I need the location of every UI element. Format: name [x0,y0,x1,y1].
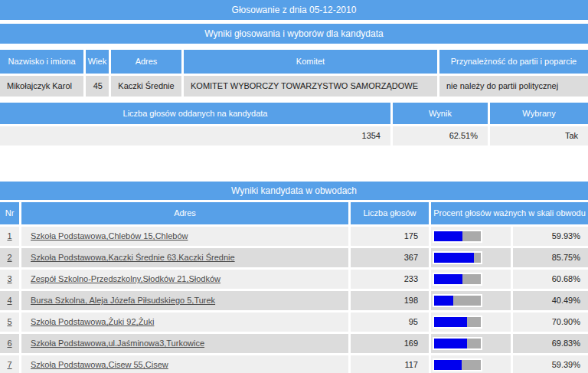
percent-bar-track [433,337,482,350]
percent-bar-fill [434,339,467,348]
percent-bar-track [433,294,482,307]
district-row: 4 Bursa Szkolna, Aleja Józefa Piłsudskie… [0,291,588,310]
district-percent-text: 85.75% [513,248,588,267]
col-header-committee: Komitet [184,50,437,74]
district-number-link[interactable]: 1 [7,231,11,240]
elected-value: Tak [490,126,588,146]
percent-bar-track [433,273,482,286]
district-percent-bar [431,312,511,332]
candidate-name: Mikołajczyk Karol [0,76,83,97]
district-votes: 198 [351,291,429,310]
district-percent-text: 40.49% [513,291,588,310]
district-row: 1 Szkoła Podstawowa,Chlebów 15,Chlebów 1… [0,227,588,246]
candidate-party: nie należy do partii politycznej [439,76,588,97]
district-number-link[interactable]: 5 [7,317,11,326]
district-percent-bar [431,291,511,310]
district-number-link[interactable]: 3 [7,274,11,283]
result-percent-value: 62.51% [393,126,488,146]
district-percent-text: 69.83% [513,334,588,353]
district-votes: 95 [351,312,429,332]
district-row: 6 Szkoła Podstawowa,ul.Jaśminowa3,Turkow… [0,334,588,353]
col-header-district-percent: Procent głosów ważnych w skali obwodu [431,202,588,224]
district-number-link[interactable]: 7 [7,360,11,369]
district-percent-bar [431,355,511,373]
percent-bar-fill [434,360,462,370]
district-percent-text: 59.93% [513,227,588,246]
district-percent-bar [431,334,511,353]
district-percent-text: 70.90% [513,312,588,332]
col-header-elected: Wybrany [490,103,588,124]
page-title: Głosowanie z dnia 05-12-2010 [0,0,588,20]
col-header-nr: Nr [0,202,19,224]
district-percent-text: 59.39% [513,355,588,373]
districts-table-header: Nr Adres Liczba głosów Procent głosów wa… [0,202,588,224]
candidate-result-table: Liczba głosów oddanych na kandydata Wyni… [0,103,588,146]
total-votes-value: 1354 [0,126,390,146]
percent-bar-track [433,251,482,264]
candidate-committee: KOMITET WYBORCZY TOWARZYSTWO SAMORZĄDOWE [184,76,437,97]
candidate-age: 45 [86,76,109,97]
district-address-link[interactable]: Zespół Szkolno-Przedszkolny,Słodków 21,S… [31,274,220,283]
district-percent-bar [431,248,511,267]
percent-bar-fill [434,231,462,241]
percent-bar-fill [434,296,453,306]
percent-bar-track [433,230,482,243]
col-header-district-address: Adres [21,202,348,224]
district-votes: 175 [351,227,429,246]
district-address-link[interactable]: Szkoła Podstawowa,Cisew 55,Cisew [31,360,168,369]
districts-section-title: Wyniki kandydata w obwodach [0,182,588,200]
district-row: 2 Szkoła Podstawowa,Kaczki Średnie 63,Ka… [0,248,588,267]
col-header-age: Wiek [86,50,109,74]
district-address-link[interactable]: Szkoła Podstawowa,Żuki 92,Żuki [31,317,154,326]
col-header-district-votes: Liczba głosów [351,202,429,224]
district-row: 3 Zespół Szkolno-Przedszkolny,Słodków 21… [0,270,588,289]
district-votes: 367 [351,248,429,267]
col-header-total-votes: Liczba głosów oddanych na kandydata [0,103,390,124]
candidate-address: Kaczki Średnie [111,76,181,97]
district-votes: 117 [351,355,429,373]
district-row: 7 Szkoła Podstawowa,Cisew 55,Cisew 117 5… [0,355,588,373]
district-number-link[interactable]: 6 [7,339,11,348]
district-votes: 233 [351,270,429,289]
col-header-name: Nazwisko i imiona [0,50,83,74]
district-address-link[interactable]: Szkoła Podstawowa,ul.Jaśminowa3,Turkowic… [31,339,204,348]
col-header-result: Wynik [393,103,488,124]
district-address-link[interactable]: Szkoła Podstawowa,Kaczki Średnie 63,Kacz… [31,253,235,262]
col-header-address: Adres [111,50,181,74]
district-address-link[interactable]: Bursa Szkolna, Aleja Józefa Piłsudskiego… [31,296,215,305]
district-percent-bar [431,270,511,289]
district-percent-bar [431,227,511,246]
percent-bar-track [433,316,482,329]
percent-bar-fill [434,317,467,327]
candidate-info-table: Nazwisko i imiona Wiek Adres Komitet Prz… [0,50,588,97]
districts-table-body: 1 Szkoła Podstawowa,Chlebów 15,Chlebów 1… [0,227,588,373]
district-number-link[interactable]: 4 [7,296,11,305]
candidate-results-subtitle: Wyniki głosowania i wyborów dla kandydat… [0,24,588,44]
percent-bar-fill [434,253,474,263]
district-percent-text: 60.68% [513,270,588,289]
district-votes: 169 [351,334,429,353]
district-number-link[interactable]: 2 [7,253,11,262]
district-address-link[interactable]: Szkoła Podstawowa,Chlebów 15,Chlebów [31,231,188,240]
percent-bar-track [433,358,482,371]
percent-bar-fill [434,274,462,284]
col-header-party: Przynależność do partii i poparcie [439,50,588,74]
district-row: 5 Szkoła Podstawowa,Żuki 92,Żuki 95 70.9… [0,312,588,332]
